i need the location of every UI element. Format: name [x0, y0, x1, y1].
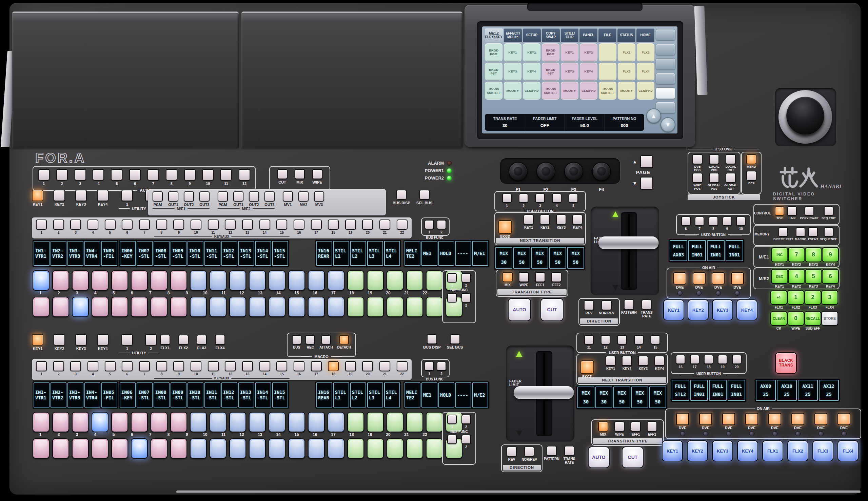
- crosspoint-button[interactable]: [170, 270, 187, 291]
- keyaux-select-button[interactable]: 10: [190, 361, 201, 376]
- lcd-soft-button[interactable]: FLX2: [637, 43, 655, 61]
- lcd-soft-button[interactable]: BKGD PGM: [485, 43, 502, 61]
- crosspoint-button[interactable]: [406, 438, 423, 459]
- control-button[interactable]: TOP: [775, 206, 784, 220]
- user-button[interactable]: 16: [676, 355, 685, 369]
- button-face[interactable]: [519, 272, 529, 282]
- user-button[interactable]: 11: [584, 335, 594, 349]
- lcd-soft-button[interactable]: TRANS SUB EFF: [599, 82, 616, 99]
- keyaux-select-button[interactable]: 13: [242, 361, 253, 376]
- macro-button[interactable]: ATTACH: [320, 335, 333, 349]
- keyaux-select-button[interactable]: 22: [397, 361, 408, 376]
- trans-rate-button[interactable]: TRANS RATE: [564, 446, 575, 465]
- keyaux-select-button[interactable]: 4: [87, 220, 98, 234]
- lcd-soft-button[interactable]: FLX4: [637, 63, 655, 81]
- crosspoint-button[interactable]: [52, 438, 69, 459]
- on-air-dve-button[interactable]: DVE: [837, 413, 850, 436]
- bkgd-button[interactable]: BKGD: [499, 220, 512, 238]
- on-air-dve-button[interactable]: DVE: [722, 413, 735, 436]
- output-button[interactable]: OUT2: [249, 191, 259, 207]
- button-face[interactable]: [535, 272, 545, 282]
- button-face[interactable]: [242, 220, 253, 230]
- button-face[interactable]: [447, 273, 457, 283]
- button-face[interactable]: [242, 361, 253, 371]
- on-air-dve-button[interactable]: DVE: [699, 413, 712, 436]
- button-face[interactable]: [38, 169, 50, 181]
- button-face[interactable]: [461, 293, 471, 302]
- button-face[interactable]: [617, 335, 627, 344]
- on-air-dve-button[interactable]: DVE: [673, 272, 686, 296]
- crosspoint-button[interactable]: [52, 412, 69, 432]
- button-face[interactable]: [379, 220, 390, 230]
- button-face[interactable]: [709, 154, 719, 164]
- key-select-button[interactable]: KEY2: [54, 190, 65, 206]
- keyaux-select-button[interactable]: 6: [122, 220, 133, 234]
- transition-type-button[interactable]: EFF1: [631, 422, 641, 436]
- button-face[interactable]: [447, 293, 457, 302]
- crosspoint-button[interactable]: [92, 297, 108, 317]
- button-face[interactable]: [502, 193, 512, 203]
- crosspoint-button[interactable]: [249, 297, 266, 317]
- flx-select-button[interactable]: FLX1: [160, 335, 170, 350]
- output-button[interactable]: PGM: [153, 191, 163, 207]
- button-face[interactable]: [97, 334, 108, 345]
- button-face[interactable]: [105, 361, 116, 371]
- output-button[interactable]: PGM: [218, 191, 228, 207]
- output-button[interactable]: OUT3: [264, 191, 275, 207]
- bus-func-button[interactable]: 2: [461, 273, 471, 287]
- button-face[interactable]: [122, 334, 133, 345]
- crosspoint-button[interactable]: [131, 270, 148, 291]
- button-face[interactable]: [506, 447, 517, 457]
- auto-trans-button[interactable]: AUTO: [588, 447, 610, 468]
- button-face[interactable]: [709, 216, 718, 226]
- button-face[interactable]: [425, 361, 434, 371]
- lcd-soft-button[interactable]: BKGD PST: [542, 63, 560, 81]
- keyaux-select-button[interactable]: 9: [173, 361, 184, 376]
- button-face[interactable]: [225, 361, 236, 371]
- crosspoint-button[interactable]: [308, 270, 325, 291]
- button-face[interactable]: [294, 361, 304, 371]
- crosspoint-button[interactable]: [229, 270, 246, 291]
- bus-func-button[interactable]: 2: [461, 293, 471, 307]
- key-face[interactable]: STORE: [821, 311, 838, 326]
- crosspoint-button[interactable]: [52, 297, 69, 317]
- button-face[interactable]: [54, 190, 65, 201]
- key-face[interactable]: CLEAR: [770, 311, 787, 326]
- bkgd-button[interactable]: BKGD: [581, 360, 594, 379]
- dve-menu-button[interactable]: MENU: [742, 154, 761, 169]
- crosspoint-button[interactable]: [229, 297, 246, 317]
- crosspoint-button[interactable]: [72, 297, 89, 317]
- crosspoint-button[interactable]: [72, 412, 89, 432]
- keyaux-select-button[interactable]: 8: [156, 220, 167, 234]
- button-face[interactable]: [692, 173, 702, 183]
- dve-function-button[interactable]: GLOBAL ROT: [723, 173, 739, 191]
- button-face[interactable]: [808, 227, 818, 237]
- lcd-soft-button[interactable]: KEY4: [580, 63, 597, 81]
- crosspoint-button[interactable]: [269, 438, 285, 459]
- crosspoint-button[interactable]: [367, 297, 384, 317]
- button-face[interactable]: [311, 361, 322, 371]
- flx-select-button[interactable]: FLX4: [215, 335, 225, 350]
- crosspoint-button[interactable]: [406, 412, 423, 432]
- page-down-button[interactable]: [640, 177, 653, 190]
- keyer-button[interactable]: FLX4: [837, 440, 858, 461]
- keyaux-select-button[interactable]: 20: [362, 220, 373, 234]
- keyaux-select-button[interactable]: 16: [294, 361, 304, 376]
- button-face[interactable]: [122, 190, 133, 201]
- button-face[interactable]: [322, 335, 331, 344]
- lcd-menu-tab[interactable]: EFFECT/ MELite: [504, 29, 522, 42]
- button-face[interactable]: [208, 220, 219, 230]
- crosspoint-button[interactable]: [308, 412, 325, 432]
- user-button[interactable]: 3: [535, 193, 545, 207]
- button-face[interactable]: [676, 355, 685, 364]
- button-face[interactable]: [362, 220, 373, 230]
- button-face[interactable]: [122, 220, 133, 230]
- crosspoint-button[interactable]: [210, 270, 227, 291]
- button-face[interactable]: [75, 190, 87, 201]
- button-face[interactable]: [523, 214, 534, 225]
- user-button[interactable]: 9: [723, 216, 732, 231]
- button-face[interactable]: [725, 173, 736, 183]
- keyaux-select-button[interactable]: 2: [53, 361, 64, 376]
- pattern-button[interactable]: PATTERN: [621, 299, 637, 315]
- keypad-key[interactable]: DEC KEY1: [771, 269, 788, 289]
